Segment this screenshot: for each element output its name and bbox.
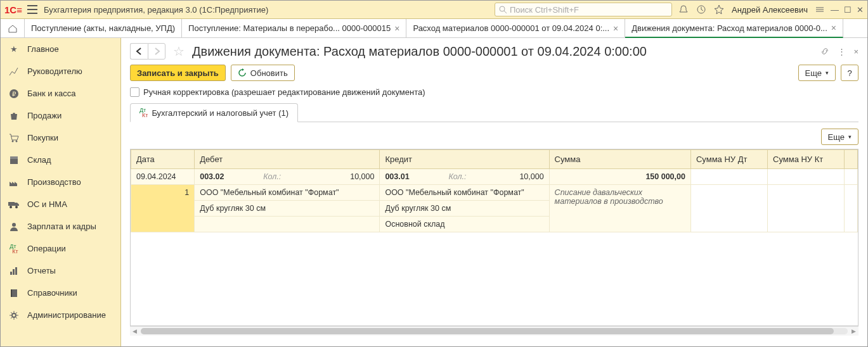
tab-receipt[interactable]: Поступление: Материалы в перерабо... 000… (182, 19, 406, 37)
close-button[interactable]: ✕ (857, 5, 864, 15)
dtkt-icon: ДтКт (8, 244, 20, 254)
search-icon (499, 6, 507, 14)
sidebar-item-purchases[interactable]: Покупки (1, 127, 120, 149)
star-icon[interactable] (714, 4, 724, 15)
menu-settings-icon[interactable] (815, 5, 824, 14)
history-icon[interactable] (696, 4, 706, 15)
svg-point-9 (10, 206, 12, 208)
ruble-icon: ₽ (8, 89, 20, 99)
cell-desc: Списание давальческих материалов в произ… (549, 185, 690, 232)
sidebar-item-admin[interactable]: Администрирование (1, 304, 120, 326)
sidebar-item-salary[interactable]: Зарплата и кадры (1, 215, 120, 237)
horizontal-scrollbar[interactable]: ◀ ▶ (130, 326, 858, 336)
col-debit[interactable]: Дебет (195, 150, 380, 169)
sidebar-item-warehouse[interactable]: Склад (1, 149, 120, 171)
link-icon[interactable] (820, 46, 830, 56)
refresh-icon (238, 68, 247, 77)
truck-icon (8, 201, 20, 208)
scroll-left-icon[interactable]: ◀ (133, 328, 137, 334)
sidebar-item-production[interactable]: Производство (1, 171, 120, 193)
sidebar-item-sales[interactable]: Продажи (1, 104, 120, 127)
kebab-icon[interactable]: ⋮ (838, 47, 846, 56)
cell-date: 09.04.2024 (131, 169, 195, 185)
gear-icon (8, 311, 20, 320)
tab-close-icon[interactable]: × (613, 23, 618, 34)
tab-label: Расход материалов 0000-000001 от 09.04.2… (413, 23, 609, 33)
content-area: ☆ Движения документа: Расход материалов … (121, 38, 867, 346)
manual-edit-checkbox[interactable] (130, 87, 139, 97)
sidebar-item-manager[interactable]: Руководителю (1, 60, 120, 82)
more-button[interactable]: Еще▾ (798, 65, 836, 81)
svg-rect-6 (10, 159, 18, 164)
svg-rect-13 (13, 269, 15, 275)
sidebar-item-main[interactable]: ★Главное (1, 38, 120, 60)
tab-pending[interactable]: Поступление (акты, накладные, УПД) (25, 19, 182, 37)
svg-point-17 (12, 313, 16, 317)
bars-icon (8, 267, 20, 275)
more-button-table[interactable]: Еще▾ (821, 129, 858, 145)
book-icon (8, 289, 20, 298)
table-row[interactable]: 09.04.2024 003.02 Кол.: 10,000 003.01 (131, 169, 858, 185)
tab-close-icon[interactable]: × (394, 23, 399, 34)
save-close-button[interactable]: Записать и закрыть (130, 65, 226, 81)
sidebar-item-operations[interactable]: ДтКтОперации (1, 237, 120, 260)
tab-expense[interactable]: Расход материалов 0000-000001 от 09.04.2… (406, 19, 625, 37)
bell-icon[interactable] (678, 4, 689, 15)
tab-label: Поступление: Материалы в перерабо... 000… (188, 23, 391, 33)
cell-debit-item: Дуб кругляк 30 см (195, 201, 380, 217)
cell-credit-org: ООО "Мебельный комбинат "Формат" (380, 185, 549, 201)
bag-icon (8, 111, 20, 120)
col-nud[interactable]: Сумма НУ Дт (690, 150, 767, 169)
sidebar-item-bank[interactable]: ₽Банк и касса (1, 82, 120, 104)
favorite-star-icon[interactable]: ☆ (173, 44, 185, 59)
cell-credit-acc: 003.01 Кол.: 10,000 (380, 169, 549, 185)
scroll-right-icon[interactable]: ▶ (852, 328, 856, 334)
dtkt-icon: ДтКт (139, 108, 148, 118)
minimize-button[interactable]: — (831, 5, 839, 15)
sidebar-item-catalogs[interactable]: Справочники (1, 282, 120, 304)
svg-rect-16 (11, 289, 12, 297)
manual-edit-label: Ручная корректировка (разрешает редактир… (143, 87, 425, 97)
table-row[interactable]: 1 ООО "Мебельный комбинат "Формат" ООО "… (131, 185, 858, 201)
col-date[interactable]: Дата (131, 150, 195, 169)
tab-label: Движения документа: Расход материалов 00… (632, 23, 827, 33)
tab-movements[interactable]: Движения документа: Расход материалов 00… (625, 19, 843, 38)
chevron-down-icon: ▾ (826, 70, 829, 76)
factory-icon (8, 178, 20, 187)
svg-point-5 (16, 140, 18, 142)
refresh-button[interactable]: Обновить (231, 65, 295, 81)
hamburger-icon[interactable] (27, 5, 37, 14)
svg-point-4 (12, 140, 14, 142)
person-icon (8, 222, 20, 231)
cell-debit-acc: 003.02 Кол.: 10,000 (195, 169, 380, 185)
col-sum[interactable]: Сумма (549, 150, 690, 169)
sidebar-item-assets[interactable]: ОС и НМА (1, 193, 120, 215)
tab-label: Поступление (акты, накладные, УПД) (31, 23, 175, 33)
accounting-tab[interactable]: ДтКт Бухгалтерский и налоговый учет (1) (130, 103, 298, 122)
user-name[interactable]: Андрей Алексеевич (732, 5, 808, 15)
col-nuk[interactable]: Сумма НУ Кт (768, 150, 845, 169)
cell-rownum: 1 (131, 185, 195, 232)
svg-rect-7 (10, 156, 18, 159)
svg-point-0 (500, 6, 505, 11)
back-button[interactable] (130, 43, 148, 60)
box-icon (8, 156, 20, 165)
cell-nud (690, 169, 767, 185)
cell-nuk (768, 169, 845, 185)
help-button[interactable]: ? (841, 65, 858, 81)
movements-table: Дата Дебет Кредит Сумма Сумма НУ Дт Сумм… (130, 149, 858, 326)
svg-rect-14 (15, 267, 17, 275)
star-icon: ★ (8, 44, 20, 54)
cell-credit-wh: Основной склад (380, 217, 549, 232)
home-tab[interactable] (1, 19, 25, 37)
tab-close-icon[interactable]: × (831, 23, 836, 33)
sidebar-item-reports[interactable]: Отчеты (1, 260, 120, 282)
panel-close-icon[interactable]: × (853, 47, 858, 56)
search-input[interactable]: Поиск Ctrl+Shift+F (495, 3, 672, 16)
logo: 1C≡ (4, 4, 22, 15)
sidebar: ★Главное Руководителю ₽Банк и касса Прод… (1, 38, 121, 346)
col-credit[interactable]: Кредит (380, 150, 549, 169)
forward-button[interactable] (148, 43, 165, 60)
maximize-button[interactable]: ☐ (844, 5, 852, 15)
tabs-row: Поступление (акты, накладные, УПД) Посту… (1, 19, 867, 38)
